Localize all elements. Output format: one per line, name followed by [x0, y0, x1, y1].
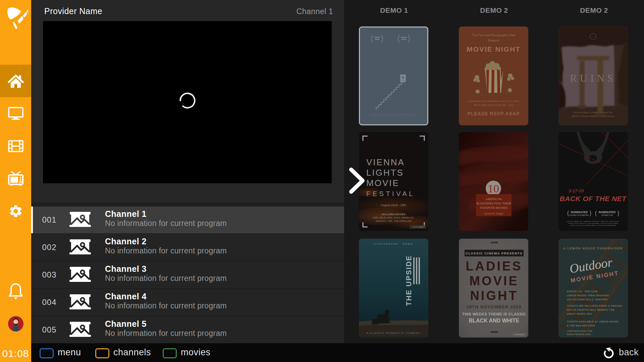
svg-text:A LEMON HOUSE FUNDRAISER: A LEMON HOUSE FUNDRAISER	[563, 247, 623, 250]
svg-text:10: 10	[488, 182, 499, 195]
svg-text:50% OF PROFITS WILL BENEFIT TH: 50% OF PROFITS WILL BENEFIT THE	[567, 309, 615, 311]
svg-text:NOMINATED: NOMINATED	[599, 210, 616, 214]
svg-text:RUINS: RUINS	[570, 72, 616, 84]
svg-text:FESTIVAL: FESTIVAL	[366, 190, 415, 197]
svg-text:DAN, MILA LAND, SIVS, DANIELLE: DAN, MILA LAND, SIVS, DANIELLE,	[373, 216, 414, 219]
svg-text:VIENNA: VIENNA	[366, 157, 405, 167]
svg-text:A FILM BY DANIEL KEY · STARRIN: A FILM BY DANIEL KEY · STARRING JOHN SMI…	[567, 221, 620, 222]
svg-text:& THE WALKER SHOP: & THE WALKER SHOP	[567, 324, 595, 327]
svg-text:AUGUST 2020 · DIRECTED BY BONG: AUGUST 2020 · DIRECTED BY BONG JOON HO	[371, 114, 416, 116]
svg-text:BLACK AND WHITE: BLACK AND WHITE	[469, 318, 520, 323]
svg-text:P A R A S I T E: P A R A S I T E	[377, 59, 410, 63]
svg-text:3-17-19: 3-17-19	[569, 188, 584, 193]
svg-text:DIRECTOR OF PHOTOGRAPHY NAME ·: DIRECTOR OF PHOTOGRAPHY NAME · COSTUME D…	[570, 225, 616, 226]
svg-text:TICKETS $50 INCLUDES DRINK & S: TICKETS $50 INCLUDES DRINK & SNACKS	[567, 305, 622, 307]
svg-text:390 VICTORIA HILLS, NANAIMO: 390 VICTORIA HILLS, NANAIMO	[567, 298, 608, 301]
svg-text:MOVIE NIGHT: MOVIE NIGHT	[570, 270, 620, 284]
svg-text:A CLASSIC ROMANTIC COMEDY: A CLASSIC ROMANTIC COMEDY	[366, 331, 420, 335]
svg-text:NOMINATED: NOMINATED	[571, 210, 588, 214]
svg-text:August 22nd - 25th: August 22nd - 25th	[381, 203, 406, 207]
svg-text:GREAT MINDS ORG: GREAT MINDS ORG	[567, 313, 592, 315]
svg-text:TICKETS AVAILABLE AT LEMON HOU: TICKETS AVAILABLE AT LEMON HOUSE	[567, 320, 619, 323]
svg-text:JASON E. LEE, THE DWELLER: JASON E. LEE, THE DWELLER	[375, 220, 412, 223]
svg-text:MOVIE: MOVIE	[366, 178, 399, 188]
svg-text:Outdoor: Outdoor	[569, 255, 613, 276]
svg-text:FAVORITE MOVIES: FAVORITE MOVIES	[480, 206, 507, 209]
svg-text:ALEKSANDAR · ARMA: ALEKSANDAR · ARMA	[374, 242, 413, 245]
svg-text:18TH NOVEMBER 2020: 18TH NOVEMBER 2020	[467, 305, 522, 309]
svg-text:PosterWall: PosterWall	[515, 334, 524, 336]
svg-text:· INCLUDED MOVIES ·: · INCLUDED MOVIES ·	[380, 213, 407, 216]
svg-text:NIGHT: NIGHT	[470, 289, 518, 303]
svg-text:LIGHTS: LIGHTS	[366, 168, 404, 178]
svg-text:FOR BEST DOCUMENTARY: FOR BEST DOCUMENTARY	[570, 215, 589, 216]
svg-text:GREATMINDS.ORG: GREATMINDS.ORG	[567, 333, 591, 336]
svg-text:Documentary Looking Back At Th: Documentary Looking Back At The	[574, 111, 612, 114]
svg-text:LEMONHOUSE.COM: LEMONHOUSE.COM	[567, 330, 592, 332]
svg-text:AUGUST 19 · 4PM-11PM: AUGUST 19 · 4PM-11PM	[567, 290, 598, 293]
svg-text:THIS WEEKS THEME IS CLASSIC: THIS WEEKS THEME IS CLASSIC	[462, 312, 526, 316]
svg-text:LADIES: LADIES	[466, 259, 522, 273]
svg-text:FOR BEST FILM: FOR BEST FILM	[601, 215, 613, 216]
svg-text:THE UPSIDE: THE UPSIDE	[405, 255, 413, 306]
svg-text:LEMON HOUSE OPEN GROUNDS: LEMON HOUSE OPEN GROUNDS	[567, 294, 609, 297]
svg-text:THE NET FILMS · MUSIC BY COMPO: THE NET FILMS · MUSIC BY COMPOSER NAME ·…	[568, 223, 618, 224]
svg-text:CLASSIC CINEMA PRESENTS: CLASSIC CINEMA PRESENTS	[466, 251, 523, 255]
svg-text:BACK OF THE NET: BACK OF THE NET	[560, 195, 627, 202]
svg-text:PosterWall: PosterWall	[413, 226, 423, 228]
svg-text:MOVIE: MOVIE	[469, 274, 519, 288]
svg-text:Spanish Stage: Spanish Stage	[484, 212, 504, 215]
svg-text:World's Classic Historic Infra: World's Classic Historic Infrastructure	[572, 115, 614, 117]
svg-text:BLOGGERS PICK THEIR: BLOGGERS PICK THEIR	[476, 202, 511, 205]
svg-text:AMERICAN: AMERICAN	[486, 197, 502, 201]
